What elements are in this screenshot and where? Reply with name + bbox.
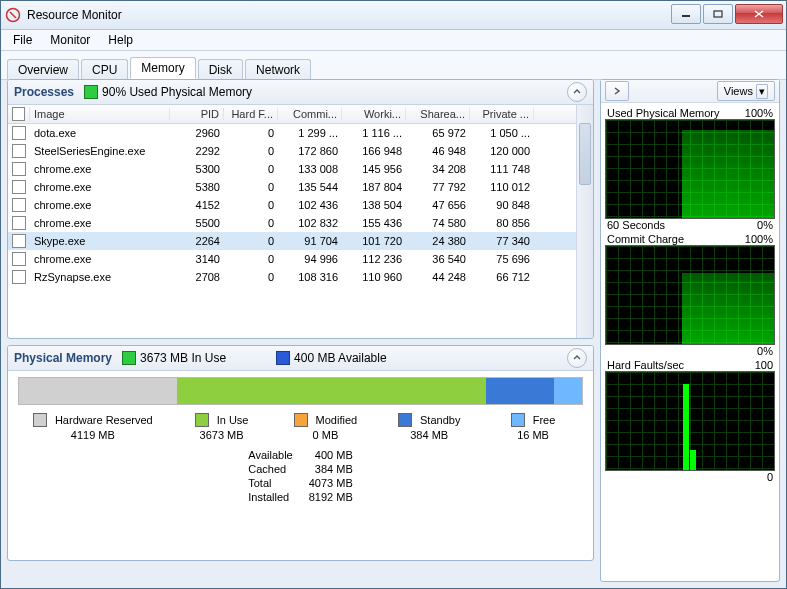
col-image[interactable]: Image [30, 108, 170, 120]
processes-table-header: Image PID Hard F... Commi... Worki... Sh… [8, 105, 593, 124]
row-checkbox[interactable] [12, 180, 26, 194]
row-checkbox[interactable] [12, 144, 26, 158]
minimize-button[interactable] [671, 4, 701, 24]
table-row[interactable]: chrome.exe53800135 544187 80477 792110 0… [8, 178, 593, 196]
col-shareable[interactable]: Sharea... [406, 108, 470, 120]
tab-disk[interactable]: Disk [198, 59, 243, 80]
menu-monitor[interactable]: Monitor [42, 31, 98, 49]
physical-memory-title: Physical Memory [14, 351, 112, 365]
menubar: File Monitor Help [1, 30, 786, 51]
tab-overview[interactable]: Overview [7, 59, 79, 80]
col-working[interactable]: Worki... [342, 108, 406, 120]
col-pid[interactable]: PID [170, 108, 224, 120]
table-row[interactable]: chrome.exe53000133 008145 95634 208111 7… [8, 160, 593, 178]
views-button[interactable]: Views ▾ [717, 81, 775, 101]
row-checkbox[interactable] [12, 234, 26, 248]
menu-file[interactable]: File [5, 31, 40, 49]
tab-cpu[interactable]: CPU [81, 59, 128, 80]
maximize-button[interactable] [703, 4, 733, 24]
row-checkbox[interactable] [12, 216, 26, 230]
expand-graphs-button[interactable] [605, 81, 629, 101]
table-row[interactable]: chrome.exe3140094 996112 23636 54075 696 [8, 250, 593, 268]
col-private[interactable]: Private ... [470, 108, 534, 120]
col-hardfaults[interactable]: Hard F... [224, 108, 278, 120]
col-commit[interactable]: Commi... [278, 108, 342, 120]
table-row[interactable]: Skype.exe2264091 704101 72024 38077 340 [8, 232, 593, 250]
memory-bar-chart [18, 377, 583, 405]
menu-help[interactable]: Help [100, 31, 141, 49]
app-icon [5, 7, 21, 23]
physical-memory-panel: Physical Memory 3673 MB In Use 400 MB Av… [7, 345, 594, 561]
graph-commit-charge: Commit Charge100% 0% [605, 233, 775, 357]
used-memory-indicator: 90% Used Physical Memory [84, 85, 252, 100]
tabstrip: Overview CPU Memory Disk Network [1, 51, 786, 80]
row-checkbox[interactable] [12, 270, 26, 284]
tab-network[interactable]: Network [245, 59, 311, 80]
inuse-indicator: 3673 MB In Use [122, 351, 226, 366]
memory-stats: Available400 MB Cached384 MB Total4073 M… [248, 449, 352, 503]
table-row[interactable]: RzSynapse.exe27080108 316110 96044 24866… [8, 268, 593, 286]
collapse-physical-button[interactable] [567, 348, 587, 368]
row-checkbox[interactable] [12, 198, 26, 212]
table-row[interactable]: chrome.exe41520102 436138 50447 65690 84… [8, 196, 593, 214]
graph-used-physical-memory: Used Physical Memory100% 60 Seconds0% [605, 107, 775, 231]
tab-memory[interactable]: Memory [130, 57, 195, 79]
select-all-checkbox[interactable] [12, 107, 25, 121]
row-checkbox[interactable] [12, 126, 26, 140]
svg-line-1 [10, 12, 16, 18]
titlebar[interactable]: Resource Monitor [1, 1, 786, 30]
processes-panel: Processes 90% Used Physical Memory Image… [7, 79, 594, 339]
processes-scrollbar[interactable] [576, 105, 593, 338]
svg-rect-3 [714, 11, 722, 17]
graph-hard-faults: Hard Faults/sec100 0 [605, 359, 775, 483]
available-indicator: 400 MB Available [276, 351, 387, 366]
table-row[interactable]: dota.exe296001 299 ...1 116 ...65 9721 0… [8, 124, 593, 142]
processes-title: Processes [14, 85, 74, 99]
close-button[interactable] [735, 4, 783, 24]
table-row[interactable]: SteelSeriesEngine.exe22920172 860166 948… [8, 142, 593, 160]
memory-legend: Hardware Reserved4119 MB In Use3673 MB M… [18, 413, 583, 441]
row-checkbox[interactable] [12, 162, 26, 176]
resource-monitor-window: Resource Monitor File Monitor Help Overv… [0, 0, 787, 589]
row-checkbox[interactable] [12, 252, 26, 266]
collapse-processes-button[interactable] [567, 82, 587, 102]
graphs-sidebar: Views ▾ Used Physical Memory100% 60 Seco… [600, 79, 780, 582]
table-row[interactable]: chrome.exe55000102 832155 43674 58080 85… [8, 214, 593, 232]
window-title: Resource Monitor [27, 8, 122, 22]
